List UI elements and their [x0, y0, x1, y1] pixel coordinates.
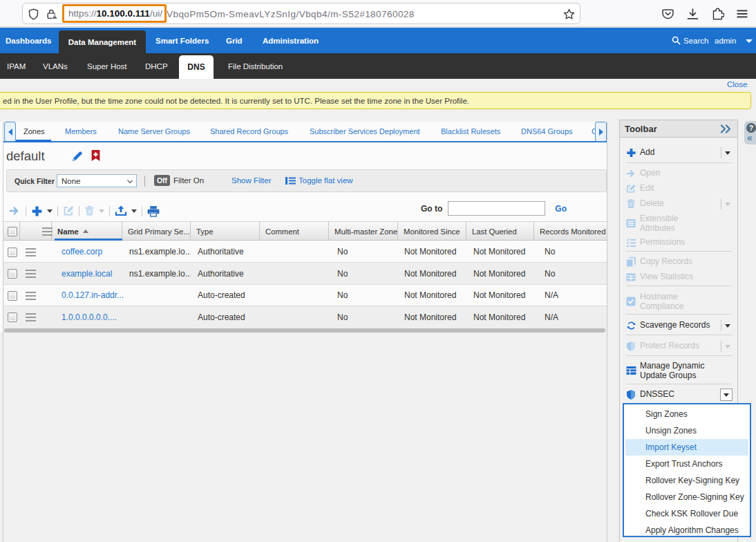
- add-record-icon[interactable]: [31, 205, 43, 217]
- menu-item-rollover-zone-signing-key[interactable]: Rollover Zone-Signing Key: [625, 489, 748, 505]
- toolbar-manage-dynamic-update-groups[interactable]: Manage Dynamic Update Groups: [620, 359, 737, 382]
- goto-input[interactable]: [448, 201, 545, 216]
- zone-link[interactable]: coffee.corp: [62, 247, 102, 256]
- zone-link[interactable]: 0.0.127.in-addr...: [62, 290, 124, 300]
- menu-item-unsign-zones[interactable]: Unsign Zones: [625, 422, 748, 439]
- column-header-records-monitored[interactable]: Records Monitored: [534, 222, 604, 241]
- column-header-grid-primary[interactable]: Grid Primary Se...: [122, 222, 191, 241]
- row-menu-icon[interactable]: [26, 292, 36, 293]
- menu-item-export-trust-anchors[interactable]: Export Trust Anchors: [625, 456, 748, 472]
- collapse-panel-icon[interactable]: [720, 124, 732, 134]
- column-header-comment[interactable]: Comment: [260, 222, 329, 241]
- subnav-super-host[interactable]: Super Host: [87, 53, 127, 79]
- tab-members[interactable]: Members: [65, 122, 97, 141]
- table-row[interactable]: 0.0.127.in-addr... Auto-created No Not M…: [3, 285, 607, 307]
- nav-grid[interactable]: Grid: [226, 28, 243, 53]
- tab-shared-record-groups[interactable]: Shared Record Groups: [210, 122, 288, 141]
- grid-toolbar: Go to Go: [3, 199, 607, 221]
- dnssec-caret-button[interactable]: [720, 389, 733, 401]
- flat-view-icon[interactable]: [285, 176, 296, 185]
- table-row[interactable]: 1.0.0.0.0.0.0.... Auto-created No Not Mo…: [3, 306, 607, 328]
- url-bar[interactable]: https://10.100.0.111/ui/ VbqoPm5Om-Smeav…: [22, 3, 580, 24]
- column-header-type[interactable]: Type: [191, 222, 260, 241]
- delete-record-caret-icon[interactable]: [99, 209, 104, 213]
- tabs-scroll-left-button[interactable]: [4, 122, 16, 142]
- horizontal-scrollbar-thumb[interactable]: [4, 328, 605, 333]
- row-checkbox[interactable]: [8, 269, 17, 279]
- open-record-icon[interactable]: [9, 205, 21, 216]
- print-icon[interactable]: [147, 205, 160, 217]
- cell-last-queried: Not Monitored: [473, 241, 534, 263]
- nav-dashboards[interactable]: Dashboards: [6, 28, 51, 53]
- menu-item-sign-zones[interactable]: Sign Zones: [625, 406, 748, 422]
- user-menu-caret-icon[interactable]: [746, 39, 753, 43]
- tabs-scroll-right-button[interactable]: [595, 122, 607, 142]
- nav-administration[interactable]: Administration: [263, 28, 319, 53]
- tab-blacklist-rulesets[interactable]: Blacklist Rulesets: [441, 122, 500, 141]
- edit-icon: [626, 184, 636, 194]
- export-caret-icon[interactable]: [131, 209, 137, 213]
- toolbar-scavenge-records[interactable]: Scavenge Records: [620, 318, 737, 333]
- header-menu-icon[interactable]: [42, 227, 53, 229]
- add-record-caret-icon[interactable]: [47, 209, 53, 213]
- shield-permissions-icon[interactable]: [28, 8, 39, 20]
- row-checkbox[interactable]: [8, 312, 17, 322]
- edit-view-icon[interactable]: [70, 150, 84, 163]
- select-all-checkbox[interactable]: [8, 227, 17, 236]
- quick-filter-select[interactable]: None: [57, 174, 137, 187]
- row-menu-icon[interactable]: [26, 248, 36, 250]
- user-menu[interactable]: admin: [715, 28, 736, 53]
- row-menu-icon[interactable]: [26, 313, 36, 315]
- row-checkbox[interactable]: [8, 247, 17, 257]
- menu-item-apply-algorithm-changes[interactable]: Apply Algorithm Changes: [625, 522, 748, 539]
- column-header-monitored-since[interactable]: Monitored Since: [398, 222, 466, 241]
- menu-item-rollover-key-signing-key[interactable]: Rollover Key-Signing Key: [625, 472, 748, 489]
- toggle-flat-view-link[interactable]: Toggle flat view: [299, 176, 353, 185]
- subnav-vlans[interactable]: VLANs: [43, 53, 68, 79]
- bookmark-add-icon[interactable]: [91, 150, 100, 162]
- quick-filter-label: Quick Filter: [15, 177, 55, 185]
- edit-record-icon[interactable]: [63, 205, 74, 216]
- lock-warning-icon[interactable]: [46, 8, 58, 20]
- zone-link[interactable]: example.local: [62, 269, 112, 279]
- toolbar-add[interactable]: Add: [620, 144, 737, 161]
- tab-subscriber-services-deployment[interactable]: Subscriber Services Deployment: [310, 122, 420, 141]
- add-caret-icon[interactable]: [725, 151, 730, 155]
- downloads-icon[interactable]: [684, 6, 701, 22]
- column-header-last-queried[interactable]: Last Queried: [466, 222, 534, 241]
- notice-close-link[interactable]: Close: [727, 80, 747, 88]
- menu-item-check-ksk-rollover-due[interactable]: Check KSK Rollover Due: [625, 505, 748, 522]
- nav-smart-folders[interactable]: Smart Folders: [155, 28, 209, 53]
- global-search[interactable]: Search: [672, 28, 708, 53]
- subnav-dhcp[interactable]: DHCP: [145, 53, 168, 79]
- row-menu-icon[interactable]: [26, 270, 36, 271]
- goto-go-button[interactable]: Go: [555, 204, 567, 214]
- column-header-name[interactable]: Name: [52, 222, 122, 241]
- menu-item-import-keyset[interactable]: Import Keyset: [625, 439, 748, 456]
- collapse-sidebar-icon[interactable]: «: [747, 133, 753, 142]
- filter-toggle-button[interactable]: Off: [154, 175, 170, 186]
- pocket-icon[interactable]: [659, 6, 676, 22]
- subnav-dns[interactable]: DNS: [179, 55, 214, 79]
- subnav-file-distribution[interactable]: File Distribution: [228, 53, 283, 79]
- extensions-icon[interactable]: [710, 6, 726, 22]
- help-icon[interactable]: ?: [746, 123, 756, 133]
- tab-zones[interactable]: Zones: [23, 122, 45, 141]
- table-row[interactable]: coffee.corp ns1.example.lo... Authoritat…: [3, 241, 607, 263]
- bookmark-star-icon[interactable]: [563, 8, 575, 20]
- tab-dns64-groups[interactable]: DNS64 Groups: [521, 122, 573, 141]
- scavenge-caret-icon[interactable]: [725, 324, 730, 328]
- zone-link[interactable]: 1.0.0.0.0.0.0....: [62, 312, 117, 322]
- export-icon[interactable]: [115, 205, 127, 216]
- tab-name-server-groups[interactable]: Name Server Groups: [118, 122, 190, 141]
- table-row[interactable]: example.local ns1.example.lo... Authorit…: [3, 263, 607, 285]
- show-filter-link[interactable]: Show Filter: [231, 176, 272, 185]
- subnav-ipam[interactable]: IPAM: [7, 53, 26, 79]
- delete-record-icon[interactable]: [84, 205, 95, 216]
- nav-data-management[interactable]: Data Management: [59, 30, 146, 53]
- cell-multi-master: No: [337, 241, 398, 263]
- row-checkbox[interactable]: [8, 291, 17, 301]
- column-header-multi-master[interactable]: Multi-master Zone: [329, 222, 398, 241]
- browser-menu-icon[interactable]: [734, 6, 750, 22]
- open-icon: [626, 169, 636, 178]
